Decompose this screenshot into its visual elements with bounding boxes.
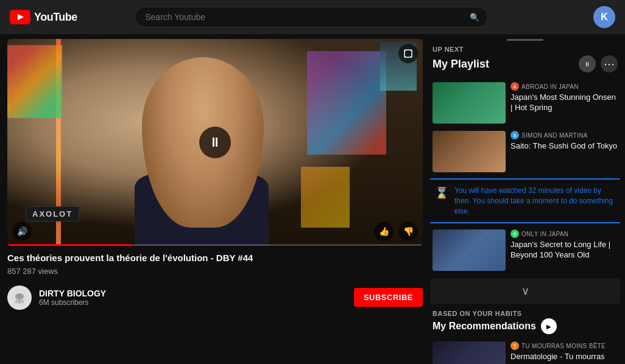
svg-line-6 [18, 299, 18, 303]
video-title: Ces théories prouvent la théorie de l'év… [7, 252, 423, 264]
dislike-button[interactable]: 👎 [398, 222, 418, 241]
channel-badge: T TU MOURRAS MOINS BÊTE [510, 341, 618, 350]
playlist-item[interactable]: A ABROAD IN JAPAN Japan's Most Stunning … [430, 79, 620, 127]
youtube-logo-icon [10, 10, 30, 24]
rec-item-info: T TU MOURRAS MOINS BÊTE Dermatologie - T… [510, 341, 618, 364]
channel-badge-name: ONLY IN JAPAN [521, 231, 568, 237]
playlist-title: My Playlist [433, 58, 574, 71]
playlist-item-info: A ABROAD IN JAPAN Japan's Most Stunning … [510, 82, 618, 124]
more-options-icon: ⋯ [604, 57, 615, 71]
channel-info: DIRTY BIOLOGY 6M subscribers [39, 289, 347, 307]
player-controls: ⏸ [7, 39, 423, 246]
break-reminder-text: You will have watched 32 minutes of vide… [454, 186, 615, 216]
volume-button[interactable]: 🔊 [12, 222, 32, 241]
playlist-item[interactable]: S SIMON AND MARTINA Saito: The Sushi God… [430, 127, 620, 176]
playlist-more-button[interactable]: ⋯ [601, 55, 618, 72]
youtube-wordmark: YouTube [34, 11, 77, 24]
recommendations-title: My Recommendations [433, 321, 536, 332]
playlist-item-info: O ONLY IN JAPAN Japan's Secret to Long L… [510, 229, 618, 271]
like-dislike-controls: 👍 👎 [374, 222, 418, 241]
channel-avatar[interactable] [7, 285, 32, 310]
svg-line-8 [21, 299, 21, 303]
play-icon: ▶ [546, 323, 551, 330]
thumbs-down-icon: 👎 [403, 226, 414, 236]
rec-thumb [433, 341, 506, 364]
playlist-pause-button[interactable]: ⏸ [579, 55, 596, 72]
pause-icon: ⏸ [208, 135, 222, 150]
bottom-controls: 🔊 👍 👎 [12, 222, 418, 241]
volume-icon: 🔊 [17, 226, 27, 236]
search-bar: 🔍 [135, 7, 488, 27]
svg-point-4 [15, 293, 24, 299]
channel-dot-icon: S [510, 131, 519, 139]
channel-badge: O ONLY IN JAPAN [510, 229, 618, 238]
channel-badge: A ABROAD IN JAPAN [510, 82, 618, 91]
recommendations-title-row: My Recommendations ▶ [433, 318, 618, 334]
hourglass-icon: ⌛ [435, 186, 448, 200]
up-next-label: UP NEXT [430, 46, 620, 53]
playlist-header: My Playlist ⏸ ⋯ [430, 55, 620, 72]
channel-badge-name: ABROAD IN JAPAN [521, 83, 579, 90]
playlist-item-info: S SIMON AND MARTINA Saito: The Sushi God… [510, 131, 618, 172]
channel-badge: S SIMON AND MARTINA [510, 131, 618, 139]
video-player: AXOLOT ⏸ [7, 39, 423, 246]
recommendation-item[interactable]: T TU MOURRAS MOINS BÊTE Dermatologie - T… [430, 338, 620, 364]
video-thumbnail[interactable]: AXOLOT ⏸ [7, 39, 423, 246]
channel-badge-name: SIMON AND MARTINA [521, 132, 588, 139]
like-button[interactable]: 👍 [374, 222, 394, 241]
play-all-button[interactable]: ▶ [541, 318, 557, 334]
chevron-down-icon: ∨ [521, 284, 529, 298]
thumbs-up-icon: 👍 [379, 226, 389, 236]
recommendations-header: BASED ON YOUR HABITS My Recommendations … [430, 307, 620, 338]
expand-playlist-button[interactable]: ∨ [430, 278, 620, 304]
video-views: 857 287 views [7, 267, 423, 276]
channel-dot-icon: T [510, 341, 519, 350]
rec-video-title: Dermatologie - Tu mourras moins bête - A… [510, 352, 618, 364]
play-pause-button[interactable]: ⏸ [199, 127, 231, 158]
header: YouTube 🔍 K [0, 0, 625, 34]
svg-line-5 [16, 299, 16, 303]
pause-icon: ⏸ [584, 61, 590, 68]
channel-dot-icon: O [510, 229, 519, 238]
playlist-thumb [433, 82, 506, 124]
search-input[interactable] [135, 7, 488, 27]
progress-bar[interactable] [7, 244, 423, 246]
playlist-item[interactable]: O ONLY IN JAPAN Japan's Secret to Long L… [430, 226, 620, 275]
playlist-thumb [433, 229, 506, 271]
svg-line-9 [23, 299, 23, 303]
playlist-video-title: Japan's Most Stunning Onsen | Hot Spring [510, 93, 618, 113]
scroll-indicator [507, 39, 543, 41]
channel-avatar-icon [10, 289, 29, 307]
progress-fill [7, 244, 132, 246]
subscribe-button[interactable]: SUBSCRIBE [354, 288, 423, 307]
playlist-video-title: Japan's Secret to Long Life | Beyond 100… [510, 240, 618, 261]
search-icon: 🔍 [470, 13, 479, 22]
playlist-thumb [433, 131, 506, 172]
playlist-video-title: Saito: The Sushi God of Tokyo [510, 141, 618, 152]
channel-name[interactable]: DIRTY BIOLOGY [39, 289, 347, 298]
video-section: AXOLOT ⏸ [0, 34, 430, 364]
user-avatar[interactable]: K [593, 6, 615, 28]
sidebar: UP NEXT My Playlist ⏸ ⋯ A ABROAD IN JAPA… [430, 34, 625, 364]
based-on-habits-label: BASED ON YOUR HABITS [433, 310, 618, 317]
logo[interactable]: YouTube [10, 10, 77, 24]
left-controls: 🔊 [12, 222, 32, 241]
channel-badge-name: TU MOURRAS MOINS BÊTE [521, 343, 606, 349]
main-layout: AXOLOT ⏸ [0, 34, 625, 364]
channel-row: DIRTY BIOLOGY 6M subscribers SUBSCRIBE [7, 285, 423, 310]
video-info: Ces théories prouvent la théorie de l'év… [7, 246, 423, 279]
channel-subs: 6M subscribers [39, 298, 347, 307]
channel-dot-icon: A [510, 82, 519, 91]
break-reminder: ⌛ You will have watched 32 minutes of vi… [430, 178, 620, 223]
